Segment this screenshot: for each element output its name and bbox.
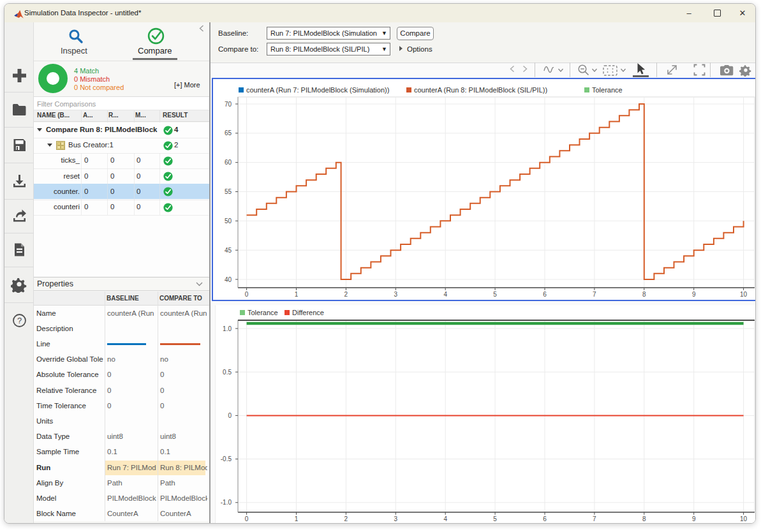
svg-text:?: ? [17,316,22,325]
